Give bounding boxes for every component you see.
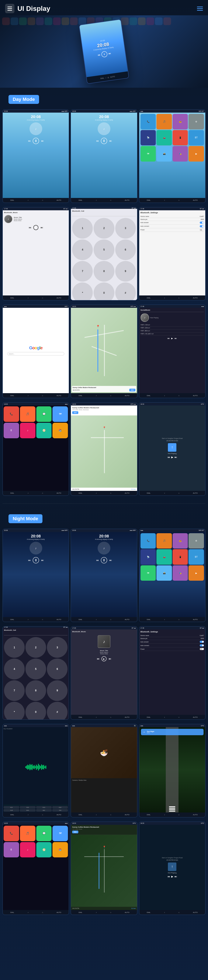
social-prev[interactable]: ⏮ [167, 337, 170, 339]
notplaying-nav-home[interactable]: ⌂ [178, 492, 180, 494]
play-pause-btn-1[interactable]: ⏸ [33, 138, 39, 144]
night-bt-music-nav-home[interactable]: ⌂ [110, 716, 111, 718]
night-np-next[interactable]: ⏭ [175, 875, 177, 878]
night-key-1[interactable]: 1 [4, 637, 25, 658]
night-key-5[interactable]: 5 [25, 659, 46, 679]
app-icon-12[interactable]: ▶ [189, 146, 204, 162]
cp-icon-spotify[interactable]: ♪ [20, 423, 35, 438]
night-play-pause-2[interactable]: ⏸ [101, 557, 107, 563]
night-auto-answer-toggle[interactable] [200, 641, 204, 643]
nav-auto-1[interactable]: AUTO [57, 199, 61, 201]
night-notplaying-nav-music[interactable]: ♪ [164, 912, 165, 913]
key-0[interactable]: 0 [94, 282, 114, 300]
bt-music-nav-dial[interactable]: DIAL [10, 297, 14, 299]
map-go-button[interactable]: GO [129, 389, 135, 391]
night-road-nav-auto[interactable]: AUTO [193, 814, 198, 816]
nav-home-1[interactable]: ⌂ [42, 199, 43, 201]
night-notplaying-nav-auto[interactable]: AUTO [193, 912, 198, 913]
power-toggle[interactable] [200, 229, 204, 231]
night-home-nav-home[interactable]: ⌂ [178, 619, 180, 620]
night-notplaying-nav-dial[interactable]: DIAL [147, 912, 150, 913]
nav-auto-2[interactable]: AUTO [125, 199, 129, 201]
social-nav-home[interactable]: ⌂ [178, 395, 180, 396]
app-icon-6[interactable]: 🚗 [156, 130, 172, 146]
app-icon-1[interactable]: 📞 [140, 114, 156, 129]
navmap-nav-auto[interactable]: AUTO [125, 492, 129, 494]
bt-music-nav-music[interactable]: ♪ [28, 297, 28, 299]
nav-music-home[interactable]: ♪ [164, 199, 165, 201]
np-prev-btn[interactable]: ⏮ [167, 456, 170, 459]
night-navmap-nav-auto[interactable]: AUTO [125, 912, 129, 913]
prev-btn-2[interactable]: ⏮ [96, 139, 99, 142]
night-cp-waze[interactable]: 🧭 [36, 842, 52, 858]
google-nav-dial[interactable]: DIAL [10, 395, 14, 396]
night-home-nav-auto[interactable]: AUTO [193, 619, 198, 620]
key-1[interactable]: 1 [72, 218, 93, 239]
social-item-3[interactable]: 华晨宇_瞬息mp3 [140, 329, 204, 332]
night-app-icon-10[interactable]: 📸 [156, 565, 172, 581]
key-star[interactable]: * [72, 282, 93, 300]
night-road-nav-dial[interactable]: DIAL [147, 814, 150, 816]
night-food-nav-dial[interactable]: DIAL [79, 814, 82, 816]
night-next-btn-1[interactable]: ⏭ [41, 559, 44, 562]
night-np-play[interactable]: ▶ [171, 875, 173, 878]
google-nav-music[interactable]: ♪ [28, 395, 28, 396]
carplay-nav-auto[interactable]: AUTO [57, 492, 61, 494]
night-app-icon-12[interactable]: ▶ [189, 565, 204, 581]
key-hash[interactable]: # [115, 282, 136, 300]
night-app-icon-8[interactable]: BT [189, 549, 204, 565]
night-app-icon-1[interactable]: 📞 [140, 533, 156, 549]
night-app-icon-2[interactable]: 🎵 [156, 533, 172, 549]
social-nav-music[interactable]: ♪ [164, 395, 165, 396]
night-go-btn[interactable]: GO [72, 830, 78, 833]
night-key-hash[interactable]: # [47, 702, 68, 720]
night-key-3[interactable]: 3 [47, 637, 68, 658]
night-food-nav-home[interactable]: ⌂ [110, 814, 111, 816]
bt-settings-nav-home[interactable]: ⌂ [178, 297, 180, 299]
eq-ctrl-6[interactable]: BAS [20, 809, 35, 811]
key-4[interactable]: 4 [72, 239, 93, 260]
night-music-nav-music-1[interactable]: ♪ [28, 619, 28, 620]
night-food-nav-music[interactable]: ♪ [96, 814, 97, 816]
cp-icon-audiobooks[interactable]: 📚 [52, 423, 68, 438]
night-key-2[interactable]: 2 [25, 637, 46, 658]
map-nav-home[interactable]: ⌂ [110, 395, 111, 396]
carplay-nav-home[interactable]: ⌂ [42, 492, 43, 494]
night-key-6[interactable]: 6 [47, 659, 68, 679]
nav-home-home[interactable]: ⌂ [178, 199, 180, 201]
app-icon-8[interactable]: BT [189, 130, 204, 146]
night-app-icon-9[interactable]: 🗺 [140, 565, 156, 581]
cp-icon-music[interactable]: 🎵 [20, 406, 35, 422]
night-carplay-nav-auto[interactable]: AUTO [57, 912, 61, 913]
night-bt-prev[interactable]: ⏮ [97, 657, 99, 660]
app-icon-4[interactable]: ⚙ [189, 114, 204, 129]
night-bt-settings-nav-home[interactable]: ⌂ [178, 716, 180, 718]
play-pause-btn-2[interactable]: ⏸ [101, 138, 107, 144]
cp-icon-phone[interactable]: 📞 [4, 406, 19, 422]
map-nav-music[interactable]: ♪ [96, 395, 97, 396]
night-food-nav-auto[interactable]: AUTO [125, 814, 129, 816]
key-5[interactable]: 5 [94, 239, 114, 260]
eq-ctrl-5[interactable]: SUB [4, 809, 19, 811]
night-key-0[interactable]: 0 [25, 702, 46, 720]
night-cp-messages[interactable]: 💬 [36, 826, 52, 841]
nav-dial-2[interactable]: DIAL [79, 199, 82, 201]
night-bt-settings-nav-dial[interactable]: DIAL [147, 716, 150, 718]
eq-ctrl-7[interactable]: MID [36, 809, 52, 811]
night-bt-music-nav-auto[interactable]: AUTO [125, 716, 129, 718]
map-nav-auto[interactable]: AUTO [125, 395, 129, 396]
google-search-bar[interactable]: Search... [7, 352, 64, 355]
night-np-prev[interactable]: ⏮ [167, 875, 170, 878]
social-nav-dial[interactable]: DIAL [147, 395, 150, 396]
cp-icon-maps[interactable]: 🗺 [52, 406, 68, 422]
navmap-nav-home[interactable]: ⌂ [110, 492, 111, 494]
next-btn-2[interactable]: ⏭ [109, 139, 112, 142]
night-home-nav-dial[interactable]: DIAL [147, 619, 150, 620]
night-navmap-nav-home[interactable]: ⌂ [110, 912, 111, 913]
bt-settings-nav-auto[interactable]: AUTO [193, 297, 198, 299]
night-eq-nav-music[interactable]: ♪ [28, 814, 28, 816]
social-play[interactable]: ▶ [171, 337, 173, 339]
night-prev-btn-2[interactable]: ⏮ [96, 559, 99, 562]
night-app-icon-7[interactable]: 📱 [173, 549, 188, 565]
cp-icon-podcasts[interactable]: 🎙 [4, 423, 19, 438]
